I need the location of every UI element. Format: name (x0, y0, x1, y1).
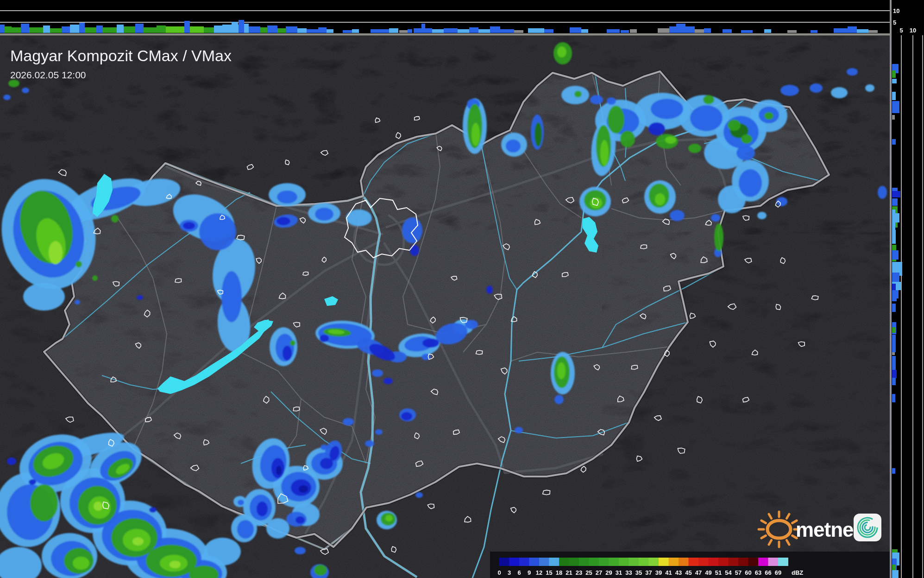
echo-cell (690, 105, 723, 131)
top-profile-bar (307, 29, 318, 33)
right-profile-bar (892, 115, 895, 120)
echo-cell (471, 123, 480, 146)
top-profile-bar (135, 24, 144, 33)
legend-swatch (718, 558, 729, 566)
echo-cell (736, 146, 755, 160)
echo-cell (22, 88, 29, 93)
top-profile-bar (50, 28, 62, 33)
legend-swatches (499, 558, 788, 566)
echo-cell (534, 122, 542, 146)
echo-cell (170, 561, 181, 568)
top-profile-bar (43, 25, 50, 33)
top-profile-bar (0, 25, 5, 33)
top-profile-bar (124, 26, 135, 33)
top-profile-bar (723, 29, 732, 33)
dbz-legend: 0369121518212325272931333537394143454749… (490, 552, 890, 578)
echo-cell (343, 418, 354, 426)
top-profile-bar (232, 22, 238, 33)
top-profile-bar (96, 25, 103, 33)
legend-swatch (529, 558, 540, 566)
echo-cell (8, 80, 19, 87)
right-strip-separator (890, 0, 892, 578)
echo-cell (714, 223, 723, 251)
legend-swatch (748, 558, 759, 566)
top-profile-bar (787, 30, 797, 33)
echo-cell (111, 215, 119, 222)
echo-cell (648, 122, 665, 135)
echo-cell (780, 85, 799, 96)
top-profile-bar (389, 28, 398, 33)
echo-cell (557, 46, 566, 57)
right-profile-bar (892, 570, 899, 578)
echo-cell (385, 515, 393, 521)
top-profile-bar (458, 29, 469, 33)
top-strip-label-10: 10 (893, 7, 899, 14)
echo-cell (266, 518, 289, 539)
echo-cell (238, 500, 244, 505)
legend-tick: 3 (508, 569, 511, 576)
top-profile-bar (811, 30, 817, 33)
echo-cell (30, 484, 58, 521)
legend-swatch (629, 558, 639, 566)
right-profile-bar (892, 79, 897, 83)
legend-tick: 66 (765, 569, 771, 576)
legend-swatch (778, 558, 788, 566)
echo-cell (75, 261, 82, 267)
legend-tick: 15 (546, 569, 552, 576)
legend-tick: 51 (715, 569, 722, 576)
top-profile-bar (658, 28, 669, 33)
legend-tick: 47 (695, 569, 702, 576)
echo-cell (506, 140, 521, 152)
top-profile-bar (834, 28, 848, 33)
right-profile-bar (892, 213, 899, 222)
right-strip-label-5: 5 (899, 27, 903, 34)
legend-swatch (649, 558, 659, 566)
echo-cell (221, 271, 242, 322)
top-profile-bar (469, 27, 478, 33)
top-profile-bar (444, 28, 458, 33)
top-profile-bar (343, 30, 352, 33)
right-profile-bar (892, 191, 900, 197)
top-profile-bar (260, 27, 267, 33)
legend-swatch (698, 558, 709, 566)
echo-cell (651, 99, 683, 119)
legend-tick: 54 (725, 569, 732, 576)
top-profile-bar (421, 24, 425, 33)
top-profile-bar (741, 30, 753, 33)
echo-cell (375, 429, 383, 435)
legend-swatch (589, 558, 599, 566)
map-area (0, 0, 924, 578)
echo-cell (237, 520, 254, 539)
top-profile-bar (868, 30, 878, 33)
top-profile-bar (204, 27, 214, 33)
echo-cell (757, 212, 767, 219)
legend-swatch (729, 558, 739, 566)
echo-cell (486, 286, 493, 294)
top-profile-bar (607, 29, 620, 33)
right-strip-background (892, 35, 924, 578)
right-profile-bar (892, 284, 896, 290)
legend-tick: 57 (735, 569, 742, 576)
echo-cell (665, 136, 676, 144)
right-profile-bar (892, 230, 896, 244)
echo-cell (283, 346, 292, 361)
legend-swatch (609, 558, 619, 566)
echo-cell (608, 106, 624, 133)
top-profile-bar (144, 27, 157, 33)
top-profile-bar (12, 27, 21, 33)
echo-cell (277, 217, 290, 225)
echo-cell (137, 295, 143, 300)
legend-swatch (559, 558, 569, 566)
legend-tick: 33 (625, 569, 632, 576)
top-profile-bar (630, 29, 637, 33)
top-profile-bar (62, 26, 70, 33)
legend-tick: 23 (576, 569, 582, 576)
echo-cell (711, 214, 720, 222)
top-profile-bar (244, 24, 249, 33)
top-profile-bar (857, 29, 868, 33)
echo-cell (590, 95, 603, 104)
echo-cell (315, 208, 333, 221)
top-profile-bar (581, 29, 588, 33)
legend-unit-label: dBZ (792, 569, 803, 576)
echo-cell (422, 338, 439, 348)
